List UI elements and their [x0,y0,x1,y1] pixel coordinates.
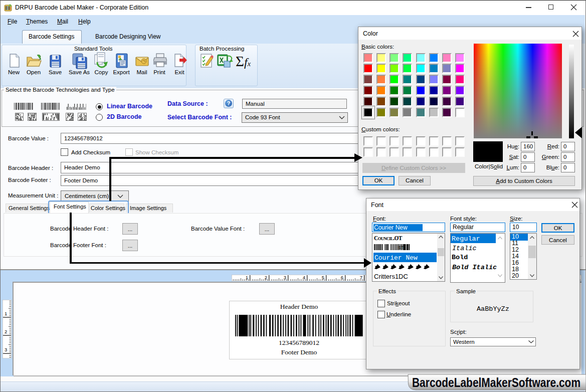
svg-text:3: 3 [284,275,286,280]
svg-text:7: 7 [360,275,362,280]
svg-text:1: 1 [5,311,7,316]
svg-text:6: 6 [341,275,343,280]
svg-text:2: 2 [5,329,7,334]
svg-text:1: 1 [246,275,248,280]
svg-text:3: 3 [5,347,7,352]
svg-text:BarcodeLabelMakerSoftware.com: BarcodeLabelMakerSoftware.com [412,375,580,390]
svg-text:5: 5 [322,275,324,280]
svg-text:2: 2 [265,275,267,280]
svg-text:ST: ST [398,245,404,250]
svg-text:4: 4 [303,275,305,280]
